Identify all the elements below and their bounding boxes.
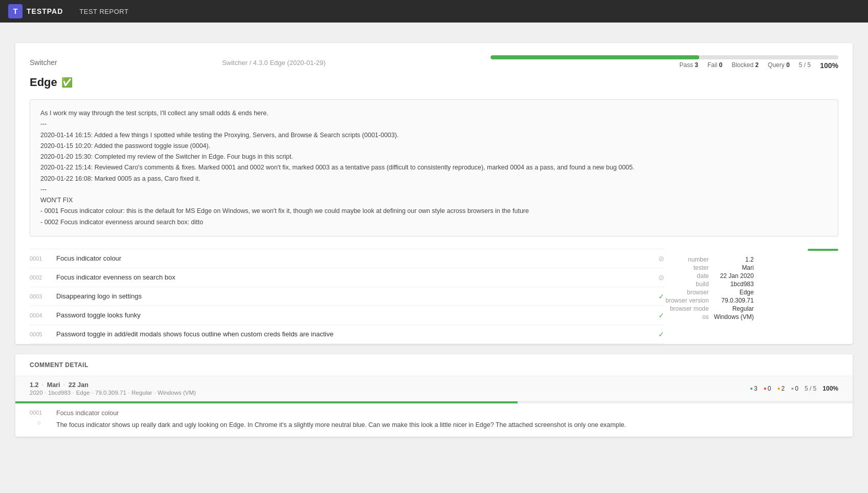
- comment-item-id: 0001: [30, 410, 48, 416]
- test-item-status: ✓: [649, 330, 664, 338]
- test-item-status: ⊘: [649, 254, 664, 263]
- meta-row-number: number 1.2: [665, 256, 754, 263]
- test-item-label: Password toggle in add/edit modals shows…: [56, 330, 643, 338]
- test-item: 0004 Password toggle looks funky ✓: [30, 306, 664, 325]
- query-count: 0: [786, 61, 790, 69]
- breadcrumb: Switcher / 4.3.0 Edge (2020-01-29): [222, 59, 325, 67]
- fail-stat: Fail 0: [707, 61, 722, 70]
- run-tester: Mari: [47, 381, 60, 389]
- dot-7: ◦: [154, 390, 158, 396]
- title-row: Edge ✅: [30, 76, 838, 89]
- test-item-status: ✓: [649, 292, 664, 301]
- test-item-status: ⊘: [649, 273, 664, 282]
- test-item-label: Password toggle looks funky: [56, 311, 643, 319]
- meta-row-build: build 1bcd983: [665, 281, 754, 288]
- progress-bar-container: [491, 55, 838, 59]
- dot-2: ◦: [63, 381, 65, 389]
- test-item-id: 0005: [30, 331, 50, 337]
- meta-table: number 1.2 tester Mari date 22 Jan 2020 …: [664, 255, 755, 321]
- meta-os-label: os: [665, 313, 713, 320]
- run-stat-query: ● 0: [791, 385, 798, 392]
- comment-item-text: The focus indicator shows up really dark…: [56, 420, 838, 430]
- test-item-label: Disappearing logo in settings: [56, 292, 643, 300]
- run-fail-count: 0: [768, 385, 771, 392]
- run-pass-count: 3: [754, 385, 758, 392]
- comment-item-title: Focus indicator colour: [56, 410, 838, 417]
- run-build: 1bcd983: [48, 390, 71, 396]
- test-item-status: ✓: [649, 311, 664, 319]
- run-date: 22 Jan: [69, 381, 88, 389]
- meta-row-browser: browser Edge: [665, 289, 754, 296]
- logo[interactable]: T TESTPAD: [8, 4, 63, 18]
- test-item: 0003 Disappearing logo in settings ✓: [30, 287, 664, 306]
- meta-build-label: build: [665, 281, 713, 288]
- meta-panel: number 1.2 tester Mari date 22 Jan 2020 …: [664, 249, 838, 344]
- logo-icon: T: [8, 4, 23, 18]
- meta-build-value: 1bcd983: [714, 281, 754, 288]
- meta-row-date: date 22 Jan 2020: [665, 272, 754, 280]
- comment-item-body: Focus indicator colour The focus indicat…: [56, 410, 838, 430]
- meta-browser-version-label: browser version: [665, 297, 713, 304]
- card-header: Switcher Switcher / 4.3.0 Edge (2020-01-…: [30, 55, 838, 70]
- run-percent: 100%: [822, 385, 838, 392]
- test-item-id: 0002: [30, 274, 50, 281]
- run-fraction: 5 / 5: [805, 385, 816, 392]
- test-items-panel: 0001 Focus indicator colour ⊘ 0002 Focus…: [30, 249, 664, 344]
- meta-row-os: os Windows (VM): [665, 313, 754, 320]
- fail-count: 0: [719, 61, 723, 69]
- meta-browser-mode-value: Regular: [714, 305, 754, 312]
- percent: 100%: [820, 61, 838, 70]
- top-navigation: T TESTPAD TEST REPORT: [0, 0, 868, 23]
- meta-os-value: Windows (VM): [714, 313, 754, 320]
- meta-tester-label: tester: [665, 264, 713, 271]
- pass-dot-icon: ●: [750, 385, 753, 391]
- run-blocked-count: 2: [782, 385, 785, 392]
- meta-row-browser-mode: browser mode Regular: [665, 305, 754, 312]
- progress-bar-fill: [491, 55, 699, 59]
- stats-panel: Pass 3 Fail 0 Blocked 2 Query 0 5 / 5 10…: [491, 55, 838, 70]
- dot-4: ◦: [72, 390, 76, 396]
- dot-5: ◦: [92, 390, 95, 396]
- notes-box: As I work my way through the test script…: [30, 99, 838, 237]
- meta-browser-version-value: 79.0.309.71: [714, 297, 754, 304]
- meta-browser-mode-label: browser mode: [665, 305, 713, 312]
- blocked-stat: Blocked 2: [731, 61, 759, 70]
- fail-label: Fail: [707, 61, 717, 69]
- run-stat-pass: ● 3: [750, 385, 758, 392]
- test-item-label: Focus indicator evenness on search box: [56, 273, 643, 281]
- meta-browser-label: browser: [665, 289, 713, 296]
- meta-tester-value: Mari: [714, 264, 754, 271]
- test-item-id: 0003: [30, 293, 50, 299]
- comment-detail-header: COMMENT DETAIL: [15, 354, 853, 376]
- blocked-count: 2: [755, 61, 759, 69]
- pass-count: 3: [695, 61, 698, 69]
- run-browser: Edge: [76, 390, 90, 396]
- fraction: 5 / 5: [799, 61, 811, 70]
- test-item-id: 0001: [30, 255, 50, 262]
- run-number: 1.2: [30, 381, 38, 389]
- comment-item-left: 0001 ○: [30, 410, 48, 430]
- query-label: Query: [768, 61, 785, 69]
- run-info-second-line: 2020 ◦ 1bcd983 ◦ Edge ◦ 79.0.309.71 ◦ Re…: [30, 390, 196, 396]
- run-stat-blocked: ● 2: [777, 385, 785, 392]
- dot-1: ◦: [41, 381, 43, 389]
- test-items-list: 0001 Focus indicator colour ⊘ 0002 Focus…: [30, 249, 664, 344]
- run-stat-fail: ● 0: [764, 385, 771, 392]
- meta-row-tester: tester Mari: [665, 264, 754, 271]
- page-content: Switcher Switcher / 4.3.0 Edge (2020-01-…: [0, 23, 868, 457]
- test-item: 0005 Password toggle in add/edit modals …: [30, 325, 664, 344]
- blocked-dot-icon: ●: [777, 385, 780, 391]
- meta-date-value: 22 Jan 2020: [714, 272, 754, 280]
- run-os: Windows (VM): [158, 390, 196, 396]
- run-info: 1.2 ◦ Mari ◦ 22 Jan 2020 ◦ 1bcd983 ◦ Edg…: [30, 381, 196, 396]
- notes-text: As I work my way through the test script…: [40, 110, 634, 226]
- meta-scrollbar: [808, 249, 838, 251]
- test-item: 0001 Focus indicator colour ⊘: [30, 249, 664, 268]
- run-meta-right: ● 3 ● 0 ● 2 ● 0 5 / 5 100%: [750, 385, 838, 392]
- query-stat: Query 0: [768, 61, 790, 70]
- meta-row-browser-version: browser version 79.0.309.71: [665, 297, 754, 304]
- dot-3: ◦: [44, 390, 48, 396]
- meta-number-value: 1.2: [714, 256, 754, 263]
- test-item-id: 0004: [30, 312, 50, 318]
- fail-dot-icon: ●: [764, 385, 767, 391]
